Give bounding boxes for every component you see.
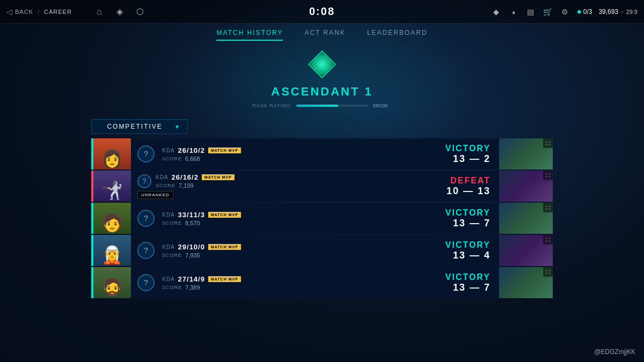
back-button[interactable]: ◁ BACK / CAREER	[6, 8, 72, 16]
kda-value: 26/10/2	[178, 146, 205, 154]
agents-icon[interactable]: ◈	[114, 6, 126, 18]
score-value: 7,199	[179, 182, 194, 189]
match-row[interactable]: 👩 ? KDA 26/10/2 MATCH MVP SCORE 6,668	[91, 138, 553, 169]
filter-row: COMPETITIVE ▼	[0, 113, 644, 138]
expand-button[interactable]: ⛶	[543, 267, 553, 277]
kda-row: KDA 27/14/9 MATCH MVP	[162, 275, 241, 283]
mvp-badge: MATCH MVP	[202, 174, 235, 180]
match-row[interactable]: 🧝 ? KDA 29/10/0 MATCH MVP SCORE 7,935	[91, 235, 553, 266]
match-row[interactable]: 🧔 ? KDA 27/14/9 MATCH MVP SCORE 7,389	[91, 267, 553, 298]
score-label: SCORE	[162, 253, 182, 258]
agent-avatar: 🧔	[93, 267, 131, 298]
score-value: 7,935	[185, 252, 200, 258]
kda-label: KDA	[162, 212, 175, 218]
score-display: 13 — 4	[453, 250, 491, 261]
score-row: SCORE 7,389	[162, 284, 241, 291]
rank-section: ASCENDANT 1 RANK RATING 59/100	[0, 41, 644, 113]
result-label: VICTORY	[445, 208, 491, 218]
match-row[interactable]: 🤺 ? KDA 26/16/2 MATCH MVP SCORE	[91, 171, 553, 202]
back-arrow-icon: ◁	[6, 8, 13, 16]
agent-avatar: 🤺	[93, 171, 131, 202]
score-label: SCORE	[162, 156, 182, 161]
store-icon[interactable]: 🛒	[543, 6, 553, 17]
expand-button[interactable]: ⛶	[543, 171, 553, 180]
kda-label: KDA	[156, 174, 169, 180]
tab-bar: MATCH HISTORY ACT RANK LEADERBOARD	[0, 24, 644, 41]
valorant-icon[interactable]: ◆	[491, 6, 502, 17]
watermark: @EDGZmjjKK	[594, 348, 635, 356]
match-stats-panel: ? KDA 26/16/2 MATCH MVP SCORE 7,199	[131, 171, 424, 202]
rank-rating-value: 59/100	[373, 103, 392, 108]
settings-icon[interactable]: ⚙	[560, 6, 570, 17]
mode-filter-dropdown[interactable]: COMPETITIVE ▼	[91, 119, 188, 134]
dropdown-label: COMPETITIVE	[99, 123, 170, 130]
score-row: SCORE 7,199	[156, 182, 235, 189]
expand-button[interactable]: ⛶	[543, 203, 553, 212]
rank-rating-row: RANK RATING 59/100	[252, 103, 392, 108]
result-label: VICTORY	[445, 272, 491, 282]
bonus-amount: 29.9	[626, 9, 638, 15]
question-icon: ?	[144, 246, 148, 255]
match-result: VICTORY 13 — 7	[424, 203, 499, 234]
radiant-currency: 39,693 + 29.9	[598, 8, 638, 16]
rank-badge-icon	[306, 48, 338, 80]
tab-act-rank[interactable]: ACT RANK	[304, 29, 345, 41]
chat-icon[interactable]: ▤	[525, 6, 536, 17]
match-stats: KDA 26/16/2 MATCH MVP SCORE 7,199	[156, 173, 235, 189]
agent-avatar: 👩	[93, 138, 131, 169]
match-stats-panel: ? KDA 29/10/0 MATCH MVP SCORE 7,935	[131, 235, 424, 266]
mvp-badge: MATCH MVP	[208, 147, 241, 153]
rank-bar-fill	[296, 105, 339, 107]
agent-portrait: 🤺	[93, 171, 131, 202]
match-timer: 0:08	[309, 5, 335, 18]
match-result: DEFEAT 10 — 13	[424, 171, 499, 202]
rp-separator: +	[620, 9, 624, 15]
agent-portrait: 🧔	[93, 267, 131, 298]
score-row: SCORE 6,668	[162, 156, 241, 162]
score-row: SCORE 8,570	[162, 220, 241, 226]
match-stats-panel: ? KDA 33/11/3 MATCH MVP SCORE 8,570	[131, 203, 424, 234]
question-icon: ?	[143, 178, 147, 185]
match-stats-panel: ? KDA 27/14/9 MATCH MVP SCORE 7,389	[131, 267, 424, 298]
mvp-badge: MATCH MVP	[208, 276, 241, 282]
result-label: VICTORY	[445, 144, 491, 153]
match-stats-panel: ? KDA 26/10/2 MATCH MVP SCORE 6,668	[131, 138, 424, 169]
kda-value: 27/14/9	[178, 275, 205, 283]
match-row[interactable]: 🧑 ? KDA 33/11/3 MATCH MVP SCORE 8,570	[91, 203, 553, 234]
breadcrumb-separator: /	[38, 9, 40, 15]
result-label: DEFEAT	[450, 176, 491, 186]
tab-match-history[interactable]: MATCH HISTORY	[216, 29, 283, 41]
score-value: 6,668	[185, 156, 200, 162]
rank-icon: ?	[137, 274, 155, 291]
agent-portrait: 🧑	[93, 203, 131, 234]
kda-value: 33/11/3	[178, 211, 205, 219]
home-icon[interactable]: ⌂	[93, 6, 105, 18]
score-label: SCORE	[156, 183, 175, 188]
expand-button[interactable]: ⛶	[543, 235, 553, 245]
kda-row: KDA 26/16/2 MATCH MVP	[156, 173, 235, 181]
party-icon[interactable]: ⬧	[508, 6, 519, 17]
rank-icon: ?	[137, 242, 155, 259]
question-icon: ?	[144, 150, 148, 158]
nav-right-group: ◆ ⬧ ▤ 🛒 ⚙ ◆ 0/3 39,693 + 29.9	[491, 6, 638, 17]
rank-icon: ?	[137, 210, 155, 227]
mvp-badge: MATCH MVP	[208, 244, 241, 250]
score-display: 13 — 7	[453, 282, 491, 293]
tab-leaderboard[interactable]: LEADERBOARD	[367, 29, 428, 41]
back-label: BACK	[15, 9, 33, 15]
vp-icon: ◆	[577, 8, 581, 15]
rank-bar	[296, 105, 368, 107]
agent-avatar: 🧑	[93, 203, 131, 234]
expand-button[interactable]: ⛶	[543, 138, 553, 148]
collection-icon[interactable]: ⬡	[134, 6, 146, 18]
score-row: SCORE 7,935	[162, 252, 241, 258]
kda-row: KDA 33/11/3 MATCH MVP	[162, 211, 241, 219]
score-label: SCORE	[162, 285, 182, 290]
agent-portrait: 👩	[93, 138, 131, 169]
match-stats: KDA 29/10/0 MATCH MVP SCORE 7,935	[162, 243, 241, 258]
chevron-down-icon: ▼	[174, 124, 180, 130]
kda-value: 29/10/0	[178, 243, 205, 251]
vp-amount: 0/3	[583, 8, 592, 16]
rank-title: ASCENDANT 1	[271, 85, 372, 99]
match-result: VICTORY 13 — 2	[424, 138, 499, 169]
